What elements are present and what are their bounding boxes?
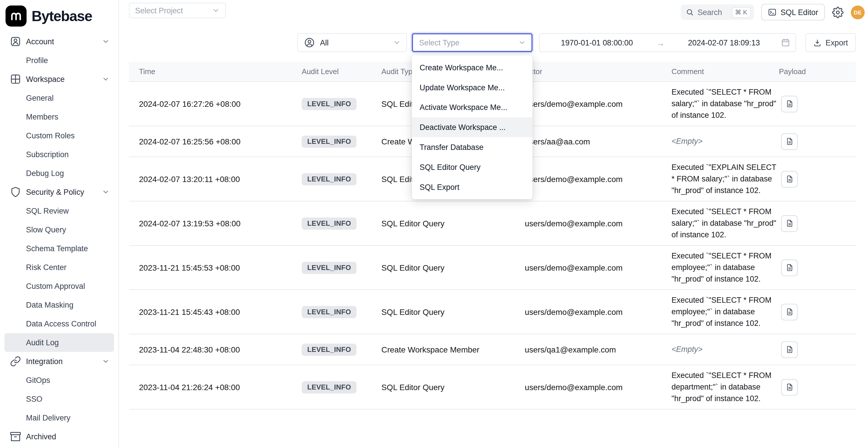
sidebar-item-general[interactable]: General <box>4 89 114 107</box>
sidebar-item-data-masking[interactable]: Data Masking <box>4 295 114 314</box>
chevron-down-icon <box>518 39 526 46</box>
table-row: 2024-02-07 13:19:53 +08:00 LEVEL_INFO SQ… <box>129 201 856 246</box>
cell-audit-level: LEVEL_INFO <box>297 135 376 147</box>
cell-payload <box>777 133 856 150</box>
settings-gear-icon[interactable] <box>832 6 844 18</box>
cell-time: 2023-11-21 15:45:43 +08:00 <box>129 307 297 316</box>
sidebar-item-sso[interactable]: SSO <box>4 389 114 408</box>
sidebar-item-custom-roles[interactable]: Custom Roles <box>4 126 114 145</box>
chevron-down-icon <box>102 188 110 196</box>
cell-actor: users/demo@example.com <box>520 307 666 316</box>
export-label: Export <box>826 38 848 47</box>
chevron-down-icon <box>102 75 110 83</box>
sidebar-item-schema-template[interactable]: Schema Template <box>4 239 114 258</box>
cell-time: 2023-11-04 22:48:30 +08:00 <box>129 345 297 354</box>
level-badge: LEVEL_INFO <box>302 381 356 393</box>
sidebar-item-gitops[interactable]: GitOps <box>4 371 114 389</box>
user-avatar[interactable]: DE <box>851 5 865 19</box>
cell-comment: <Empty> <box>666 344 777 355</box>
sidebar-nav: Account Profile Workspace General Member… <box>0 28 118 446</box>
sidebar-item-subscription[interactable]: Subscription <box>4 145 114 164</box>
shield-icon <box>10 186 21 197</box>
table-row: 2023-11-21 15:45:53 +08:00 LEVEL_INFO SQ… <box>129 246 856 290</box>
cell-audit-type: Create Workspace Member <box>376 345 520 354</box>
sidebar-item-label: Account <box>26 37 54 46</box>
cell-actor: users/demo@example.com <box>520 383 666 391</box>
archive-icon <box>10 431 21 442</box>
level-badge: LEVEL_INFO <box>302 173 356 185</box>
payload-button[interactable] <box>781 303 798 320</box>
project-select[interactable]: Select Project <box>129 3 226 19</box>
sidebar-item-integration[interactable]: Integration <box>4 352 114 371</box>
menu-item-sql-editor-query[interactable]: SQL Editor Query <box>412 157 533 177</box>
cell-audit-level: LEVEL_INFO <box>297 343 376 355</box>
payload-button[interactable] <box>781 133 798 150</box>
payload-button[interactable] <box>781 259 798 276</box>
search-input[interactable]: Search ⌘ K <box>681 4 754 20</box>
chevron-down-icon <box>102 38 110 45</box>
payload-button[interactable] <box>781 171 798 187</box>
cell-time: 2024-02-07 13:19:53 +08:00 <box>129 219 297 228</box>
sidebar-item-mail-delivery[interactable]: Mail Delivery <box>4 408 114 427</box>
cell-payload <box>777 215 856 231</box>
column-header-comment: Comment <box>666 66 777 77</box>
column-header-time: Time <box>129 67 297 76</box>
sql-editor-button[interactable]: SQL Editor <box>761 4 825 20</box>
actor-filter-select[interactable]: All <box>297 33 407 52</box>
cell-payload <box>777 171 856 187</box>
sidebar-item-debug-log[interactable]: Debug Log <box>4 164 114 183</box>
sidebar-item-security-policy[interactable]: Security & Policy <box>4 183 114 201</box>
menu-item-deactivate-workspace-member[interactable]: Deactivate Workspace ... <box>412 117 533 137</box>
sidebar-item-archived[interactable]: Archived <box>4 427 114 446</box>
menu-item-update-workspace-member[interactable]: Update Workspace Me... <box>412 77 533 98</box>
brand-logo[interactable]: Bytebase <box>0 0 118 28</box>
cell-time: 2024-02-07 13:20:11 +08:00 <box>129 174 297 184</box>
link-icon <box>10 356 21 367</box>
sidebar-item-workspace[interactable]: Workspace <box>4 70 114 89</box>
search-icon <box>686 8 694 16</box>
date-range-start: 1970-01-01 08:00:00 <box>540 38 654 47</box>
sidebar-item-profile[interactable]: Profile <box>4 51 114 70</box>
sidebar-item-slow-query[interactable]: Slow Query <box>4 220 114 239</box>
menu-item-sql-export[interactable]: SQL Export <box>412 177 533 197</box>
sidebar-item-members[interactable]: Members <box>4 107 114 126</box>
terminal-icon <box>768 8 777 17</box>
cell-audit-type: SQL Editor Query <box>376 263 520 272</box>
cell-actor: users/demo@example.com <box>520 99 666 108</box>
export-button[interactable]: Export <box>805 33 856 52</box>
cell-actor: users/demo@example.com <box>520 219 666 228</box>
level-badge: LEVEL_INFO <box>302 217 356 229</box>
cell-audit-level: LEVEL_INFO <box>297 217 376 229</box>
menu-item-transfer-database[interactable]: Transfer Database <box>412 137 533 157</box>
menu-item-activate-workspace-member[interactable]: Activate Workspace Me... <box>412 98 533 118</box>
topbar-right-group: Search ⌘ K SQL Editor DE <box>681 0 865 24</box>
payload-button[interactable] <box>781 379 798 395</box>
sidebar-item-custom-approval[interactable]: Custom Approval <box>4 277 114 295</box>
sidebar-item-account[interactable]: Account <box>4 32 114 51</box>
app-window: Bytebase Account Profile Workspace Gener… <box>0 0 868 448</box>
sql-editor-label: SQL Editor <box>781 8 818 17</box>
sidebar-item-risk-center[interactable]: Risk Center <box>4 258 114 277</box>
sidebar-item-data-access-control[interactable]: Data Access Control <box>4 314 114 333</box>
chevron-down-icon <box>212 7 220 14</box>
type-filter-select[interactable]: Select Type <box>412 33 533 52</box>
level-badge: LEVEL_INFO <box>302 261 356 274</box>
date-range-picker[interactable]: 1970-01-01 08:00:00 → 2024-02-07 18:09:1… <box>539 33 796 52</box>
sidebar-item-audit-log[interactable]: Audit Log <box>4 333 114 352</box>
column-header-actor: Actor <box>520 67 666 76</box>
payload-button[interactable] <box>781 96 798 112</box>
cell-time: 2024-02-07 16:25:56 +08:00 <box>129 137 297 146</box>
sidebar: Bytebase Account Profile Workspace Gener… <box>0 0 119 448</box>
payload-button[interactable] <box>781 215 798 231</box>
level-badge: LEVEL_INFO <box>302 306 356 318</box>
table-row: 2023-11-04 21:26:24 +08:00 LEVEL_INFO SQ… <box>129 365 856 410</box>
cell-actor: users/qa1@example.com <box>520 345 666 354</box>
sidebar-item-sql-review[interactable]: SQL Review <box>4 201 114 220</box>
arrow-right-icon: → <box>654 38 667 47</box>
cell-payload <box>777 341 856 358</box>
workspace-grid-icon <box>10 73 21 85</box>
payload-button[interactable] <box>781 341 798 358</box>
cell-audit-level: LEVEL_INFO <box>297 173 376 185</box>
menu-item-create-workspace-member[interactable]: Create Workspace Me... <box>412 58 533 77</box>
cell-actor: users/aa@aa.com <box>520 137 666 146</box>
